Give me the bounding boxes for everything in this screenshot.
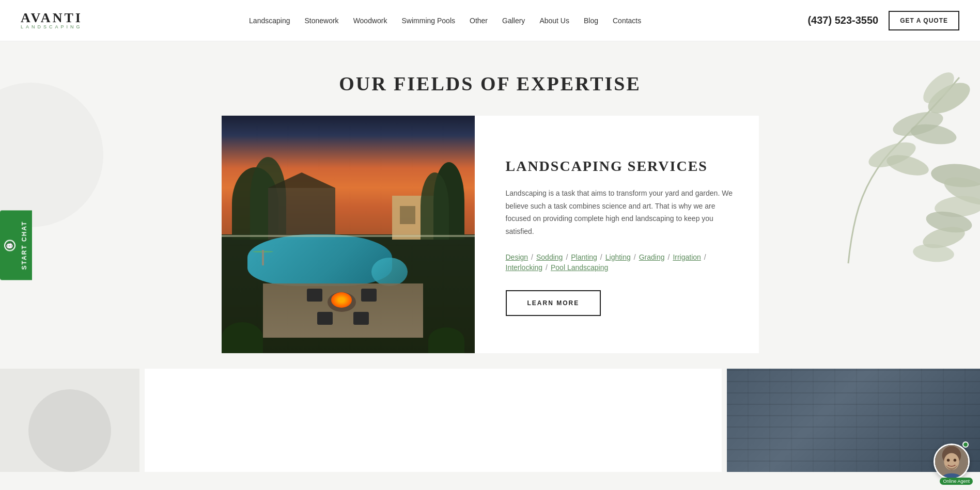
chat-icon: 💬	[4, 240, 15, 251]
chair3	[317, 312, 333, 325]
sep4: /	[634, 253, 636, 261]
umbrella-pole	[262, 250, 264, 265]
agent-online-dot	[962, 441, 969, 448]
nav-blog[interactable]: Blog	[584, 17, 598, 25]
main-content: OUR FIELDS OF EXPERTISE	[0, 41, 980, 472]
bottom-circle	[28, 389, 111, 472]
tag-grading[interactable]: Grading	[639, 253, 665, 261]
tag-planting[interactable]: Planting	[571, 253, 597, 261]
bottom-left	[0, 369, 139, 472]
svg-point-14	[944, 453, 959, 470]
agent-avatar-svg	[935, 444, 968, 472]
svg-point-11	[912, 243, 955, 264]
landscape-photo-bg	[222, 116, 475, 353]
tag-irrigation[interactable]: Irrigation	[673, 253, 701, 261]
tag-sodding[interactable]: Sodding	[536, 253, 563, 261]
sep1: /	[531, 253, 533, 261]
sep6: /	[704, 253, 706, 261]
sep3: /	[600, 253, 602, 261]
tag-design[interactable]: Design	[506, 253, 528, 261]
bush-left	[222, 322, 263, 353]
nav-stonework[interactable]: Stonework	[304, 17, 338, 25]
logo[interactable]: AVANTI LANDSCAPING	[21, 11, 83, 29]
sep7: /	[546, 263, 548, 272]
start-chat-widget[interactable]: 💬 START CHAT	[0, 210, 32, 280]
header: AVANTI LANDSCAPING Landscaping Stonework…	[0, 0, 980, 41]
section-title: OUR FIELDS OF EXPERTISE	[10, 72, 970, 95]
logo-sub: LANDSCAPING	[21, 25, 83, 29]
nav-woodwork[interactable]: Woodwork	[353, 17, 387, 25]
header-right: (437) 523-3550 GET A QUOTE	[807, 11, 959, 30]
nav-contacts[interactable]: Contacts	[613, 17, 641, 25]
service-tags: Design / Sodding / Planting / Lighting /…	[506, 253, 733, 272]
service-name: LANDSCAPING SERVICES	[506, 158, 733, 175]
svg-point-16	[954, 459, 956, 462]
svg-point-4	[865, 137, 919, 173]
learn-more-button[interactable]: LEARN MORE	[506, 290, 601, 316]
svg-point-9	[924, 208, 973, 235]
logo-brand: AVANTI	[21, 11, 83, 25]
bottom-peek	[0, 369, 980, 472]
chair4	[353, 312, 369, 325]
svg-point-8	[934, 194, 980, 219]
roof	[268, 172, 335, 188]
phone-number: (437) 523-3550	[807, 14, 878, 26]
nav-other[interactable]: Other	[470, 17, 488, 25]
tag-interlocking[interactable]: Interlocking	[506, 263, 543, 272]
nav-about-us[interactable]: About Us	[539, 17, 569, 25]
tag-pool-landscaping[interactable]: Pool Landscaping	[551, 263, 608, 272]
svg-point-5	[884, 151, 931, 180]
bottom-center	[145, 369, 722, 472]
pool	[247, 234, 392, 286]
service-description: Landscaping is a task that aims to trans…	[506, 187, 733, 238]
chat-label: START CHAT	[21, 220, 28, 270]
agent-photo	[935, 445, 968, 472]
tree-right2	[421, 172, 449, 240]
svg-point-15	[947, 459, 950, 462]
svg-point-10	[921, 223, 967, 252]
svg-point-3	[909, 121, 958, 147]
main-nav: Landscaping Stonework Woodwork Swimming …	[249, 17, 641, 25]
tag-lighting[interactable]: Lighting	[605, 253, 631, 261]
nav-landscaping[interactable]: Landscaping	[249, 17, 290, 25]
chair1	[307, 289, 322, 302]
nav-swimming-pools[interactable]: Swimming Pools	[402, 17, 455, 25]
svg-point-7	[941, 171, 980, 210]
nav-gallery[interactable]: Gallery	[502, 17, 525, 25]
sep2: /	[566, 253, 568, 261]
chair2	[361, 289, 377, 302]
sep5: /	[668, 253, 670, 261]
service-image	[222, 116, 475, 353]
door	[400, 206, 415, 224]
house-left	[268, 188, 335, 240]
get-quote-button[interactable]: GET A QUOTE	[889, 11, 959, 30]
service-info: LANDSCAPING SERVICES Landscaping is a ta…	[475, 116, 759, 353]
fire-flames	[331, 292, 352, 308]
hot-tub	[371, 258, 408, 286]
svg-point-6	[930, 162, 980, 189]
section-title-area: OUR FIELDS OF EXPERTISE	[0, 41, 980, 116]
service-card: LANDSCAPING SERVICES Landscaping is a ta…	[222, 116, 759, 353]
bush-right	[428, 327, 464, 353]
fence	[222, 235, 475, 237]
